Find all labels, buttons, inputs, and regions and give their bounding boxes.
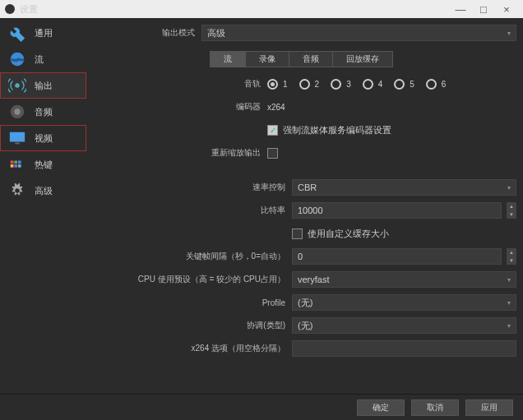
- sub-tabs: 流 录像 音频 回放缓存: [86, 51, 516, 67]
- sidebar-item-general[interactable]: 通用: [0, 20, 86, 46]
- keyframe-spinner[interactable]: ▲▼: [507, 248, 516, 265]
- svg-rect-9: [11, 164, 14, 168]
- track-radio-1[interactable]: [267, 79, 278, 90]
- custom-buffer-checkbox[interactable]: [292, 228, 303, 239]
- keyframe-input[interactable]: 0: [292, 248, 502, 265]
- tab-stream[interactable]: 流: [210, 51, 245, 67]
- chevron-down-icon: ▾: [507, 322, 511, 330]
- bitrate-label: 比特率: [86, 205, 292, 216]
- wrench-icon: [8, 24, 26, 42]
- sidebar-item-video[interactable]: 视频: [0, 125, 86, 151]
- rescale-checkbox[interactable]: [267, 148, 278, 159]
- sidebar-label: 音频: [35, 106, 53, 118]
- window-title: 设置: [20, 3, 38, 16]
- svg-rect-5: [15, 143, 20, 145]
- output-mode-dropdown[interactable]: 高级▾: [201, 25, 516, 41]
- app-icon: [5, 4, 15, 14]
- close-button[interactable]: ×: [495, 3, 518, 16]
- rate-control-label: 速率控制: [86, 182, 292, 193]
- rate-control-dropdown[interactable]: CBR▾: [292, 179, 516, 196]
- chevron-down-icon: ▾: [507, 184, 511, 192]
- x264opts-input[interactable]: [292, 340, 516, 357]
- svg-rect-6: [11, 160, 14, 164]
- sidebar-item-stream[interactable]: 流: [0, 46, 86, 72]
- tab-audio[interactable]: 音频: [289, 51, 332, 67]
- cancel-button[interactable]: 取消: [411, 399, 459, 416]
- keyboard-icon: [8, 155, 26, 173]
- sidebar-label: 输出: [35, 80, 53, 92]
- enforce-checkbox[interactable]: ✓: [267, 125, 278, 136]
- sidebar-item-hotkeys[interactable]: 热键: [0, 151, 86, 178]
- svg-point-1: [15, 83, 20, 88]
- encoder-value: x264: [267, 103, 285, 112]
- speaker-icon: [8, 103, 26, 121]
- cpu-preset-label: CPU 使用预设（高 = 较少的 CPU占用）: [86, 274, 292, 285]
- minimize-button[interactable]: —: [449, 3, 472, 16]
- enforce-label: 强制流媒体服务编码器设置: [283, 124, 391, 136]
- ok-button[interactable]: 确定: [357, 399, 405, 416]
- svg-rect-11: [18, 164, 21, 168]
- sidebar-item-output[interactable]: 输出: [0, 72, 86, 99]
- sidebar-label: 热键: [35, 159, 53, 171]
- chevron-down-icon: ▾: [507, 30, 511, 37]
- track-radio-4[interactable]: [363, 79, 373, 90]
- content-pane: 输出模式 高级▾ 流 录像 音频 回放缓存 音轨 1 2 3 4 5 6 编码器…: [86, 18, 523, 394]
- rescale-label: 重新缩放输出: [86, 147, 267, 159]
- custom-buffer-label: 使用自定义缓存大小: [308, 228, 389, 240]
- tune-label: 协调(类型): [86, 320, 292, 331]
- titlebar: 设置 — □ ×: [0, 0, 523, 18]
- track-radio-6[interactable]: [426, 79, 437, 90]
- keyframe-label: 关键帧间隔（秒，0=自动）: [86, 251, 292, 262]
- monitor-icon: [8, 129, 26, 147]
- profile-label: Profile: [86, 298, 292, 307]
- chevron-down-icon: ▾: [507, 299, 511, 307]
- encoder-label: 编码器: [86, 101, 267, 113]
- svg-rect-8: [18, 160, 21, 164]
- track-radio-5[interactable]: [394, 79, 405, 90]
- tracks-label: 音轨: [86, 78, 267, 90]
- tab-record[interactable]: 录像: [245, 51, 289, 67]
- sidebar-label: 视频: [35, 132, 53, 145]
- profile-dropdown[interactable]: (无)▾: [292, 294, 516, 311]
- tab-replay[interactable]: 回放缓存: [332, 51, 393, 67]
- svg-point-3: [14, 108, 20, 114]
- svg-rect-10: [14, 164, 17, 168]
- x264opts-label: x264 选项（用空格分隔）: [86, 343, 292, 354]
- sidebar: 通用 流 输出 音频 视频 热键 高级: [0, 18, 86, 394]
- broadcast-icon: [8, 76, 26, 95]
- sidebar-label: 高级: [35, 185, 53, 197]
- footer: 确定 取消 应用: [0, 394, 523, 420]
- svg-rect-7: [14, 160, 17, 164]
- sidebar-item-audio[interactable]: 音频: [0, 99, 86, 125]
- track-radio-3[interactable]: [331, 79, 341, 90]
- apply-button[interactable]: 应用: [465, 399, 513, 416]
- globe-icon: [8, 50, 26, 68]
- bitrate-input[interactable]: 10000: [292, 202, 502, 219]
- sidebar-item-advanced[interactable]: 高级: [0, 178, 86, 204]
- output-mode-label: 输出模式: [86, 27, 201, 39]
- svg-rect-4: [10, 132, 25, 142]
- track-radio-2[interactable]: [299, 79, 310, 90]
- sidebar-label: 流: [35, 53, 44, 66]
- maximize-button[interactable]: □: [472, 3, 495, 16]
- sidebar-label: 通用: [35, 27, 53, 39]
- tune-dropdown[interactable]: (无)▾: [292, 317, 516, 334]
- bitrate-spinner[interactable]: ▲▼: [507, 202, 516, 219]
- cpu-preset-dropdown[interactable]: veryfast▾: [292, 271, 516, 288]
- gears-icon: [8, 182, 26, 200]
- chevron-down-icon: ▾: [507, 276, 511, 284]
